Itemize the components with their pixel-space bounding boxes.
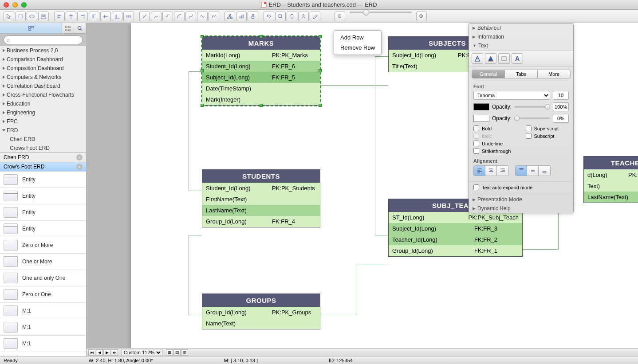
nav-first[interactable]: ⏮ (88, 349, 95, 356)
shape-item[interactable]: M:1 (0, 303, 86, 319)
spline-tool[interactable] (197, 12, 208, 21)
ruler-toggle[interactable]: ▤ (173, 349, 181, 356)
nav-next[interactable]: ▶ (103, 349, 110, 356)
text-a-button[interactable]: A (512, 53, 523, 64)
valign-top-button[interactable] (516, 166, 527, 176)
org-tool[interactable] (248, 12, 258, 21)
bold-checkbox[interactable] (473, 125, 479, 131)
polyline-tool[interactable] (209, 12, 219, 21)
properties-panel[interactable]: ▶Behaviour ▶Information ▼Text A General … (469, 23, 574, 213)
align-right-button[interactable] (497, 166, 508, 176)
opacity-value-fg[interactable] (553, 102, 569, 111)
shape-item[interactable]: One and only One (0, 270, 86, 286)
tree-item[interactable]: Cross-Functional Flowcharts (0, 90, 86, 99)
shape-item[interactable]: One or More (0, 254, 86, 270)
strike-checkbox[interactable] (473, 148, 479, 154)
erd-table-marks[interactable]: MARKS MarkId(Long)PK:PK_Marks Student_Id… (202, 36, 320, 106)
open-tab-crowsfoot[interactable]: Crow's Foot ERD× (0, 162, 86, 172)
close-window-button[interactable] (4, 2, 9, 8)
shape-item[interactable]: M:1 (0, 336, 86, 352)
valign-middle-button[interactable] (527, 166, 539, 176)
grid-toggle[interactable]: ▦ (166, 349, 173, 356)
align-center-tool[interactable] (66, 12, 76, 21)
align-center-button[interactable] (485, 166, 497, 176)
shape-item[interactable]: M:1 (0, 352, 86, 356)
tree-item-chen[interactable]: Chen ERD (0, 135, 86, 144)
tree-item[interactable]: Correlation Dashboard (0, 82, 86, 90)
section-behaviour[interactable]: ▶Behaviour (469, 23, 573, 32)
shape-item[interactable]: Entity (0, 188, 86, 204)
shape-item[interactable]: Zero or One (0, 286, 86, 303)
zoom-out-button[interactable] (335, 12, 345, 21)
props-tab-more[interactable]: More (538, 70, 570, 78)
align-bottom-tool[interactable] (112, 12, 122, 21)
superscript-checkbox[interactable] (526, 125, 532, 131)
sidebar-tab-grid[interactable] (62, 23, 74, 33)
tree-item[interactable]: Comparison Dashboard (0, 55, 86, 64)
tree-item-crowsfoot[interactable]: Crows Foot ERD (0, 144, 86, 153)
zoom-tool[interactable] (275, 12, 286, 21)
connector-tool[interactable] (162, 12, 173, 21)
underline-checkbox[interactable] (473, 141, 479, 146)
shape-item[interactable]: Entity (0, 172, 86, 188)
text-rect-button[interactable] (498, 53, 510, 64)
font-size-input[interactable] (553, 91, 569, 100)
nav-prev[interactable]: ◀ (96, 349, 103, 356)
opacity-value-bg[interactable] (553, 114, 569, 123)
arc-tool[interactable] (174, 12, 185, 21)
nav-last[interactable]: ⏭ (111, 349, 118, 356)
close-icon[interactable]: × (76, 164, 83, 170)
valign-bottom-button[interactable] (539, 166, 550, 176)
section-text[interactable]: ▼Text (469, 41, 573, 50)
align-right-tool[interactable] (77, 12, 88, 21)
section-help[interactable]: ▶Dynamic Help (469, 204, 573, 213)
tree-tool[interactable] (224, 12, 235, 21)
refresh-tool[interactable] (264, 12, 274, 21)
minimize-window-button[interactable] (12, 2, 18, 8)
distribute-tool[interactable] (123, 12, 134, 21)
pointer-tool[interactable] (4, 12, 14, 21)
context-remove-row[interactable]: Remove Row (334, 43, 381, 53)
shape-item[interactable]: M:1 (0, 319, 86, 336)
zoom-slider[interactable] (350, 12, 412, 13)
text-outline-button[interactable] (472, 53, 483, 64)
erd-table-students[interactable]: STUDENTS Student_Id(Long)PK:PK_Students … (202, 169, 320, 227)
shape-item[interactable]: Entity (0, 221, 86, 237)
color-swatch-bg[interactable] (473, 115, 489, 122)
open-tab-chen[interactable]: Chen ERD× (0, 153, 86, 162)
shape-item[interactable]: Zero or More (0, 237, 86, 254)
close-icon[interactable]: × (76, 154, 83, 160)
section-information[interactable]: ▶Information (469, 32, 573, 41)
curve-tool[interactable] (151, 12, 161, 21)
italic-checkbox[interactable] (473, 133, 479, 139)
sidebar-tab-libraries[interactable] (0, 23, 62, 33)
tree-item[interactable]: Education (0, 99, 86, 108)
align-left-tool[interactable] (54, 12, 65, 21)
tree-item[interactable]: Computers & Networks (0, 73, 86, 82)
tree-item[interactable]: Engineering (0, 108, 86, 117)
opacity-slider-bg[interactable] (514, 117, 550, 119)
person-tool[interactable] (298, 12, 309, 21)
color-swatch-fg[interactable] (473, 103, 489, 110)
ellipse-tool[interactable] (27, 12, 37, 21)
align-top-tool[interactable] (89, 12, 99, 21)
zoom-window-button[interactable] (21, 2, 27, 8)
sidebar-tab-search[interactable] (74, 23, 86, 33)
hand-tool[interactable] (287, 12, 297, 21)
font-select[interactable]: Tahoma (473, 91, 550, 100)
section-presentation[interactable]: ▶Presentation Mode (469, 195, 573, 204)
text-fill-button[interactable] (485, 53, 496, 64)
autoexpand-checkbox[interactable] (473, 184, 479, 190)
tree-item[interactable]: Composition Dashboard (0, 64, 86, 73)
align-left-button[interactable] (474, 166, 485, 176)
erd-table-groups[interactable]: GROUPS Group_Id(Long)PK:PK_Groups Name(T… (202, 294, 320, 329)
props-tab-tabs[interactable]: Tabs (505, 70, 538, 78)
props-tab-general[interactable]: General (472, 70, 505, 78)
tree-item[interactable]: Business Process 2,0 (0, 46, 86, 55)
erd-table-teachers[interactable]: TEACHERS d(Long)PK:PK_Te Text) LastName(… (583, 156, 638, 203)
tree-item[interactable]: EPC (0, 117, 86, 126)
rectangle-tool[interactable] (15, 12, 26, 21)
shape-item[interactable]: Entity (0, 204, 86, 221)
opacity-slider-fg[interactable] (514, 106, 550, 108)
pencil-tool[interactable] (310, 12, 320, 21)
